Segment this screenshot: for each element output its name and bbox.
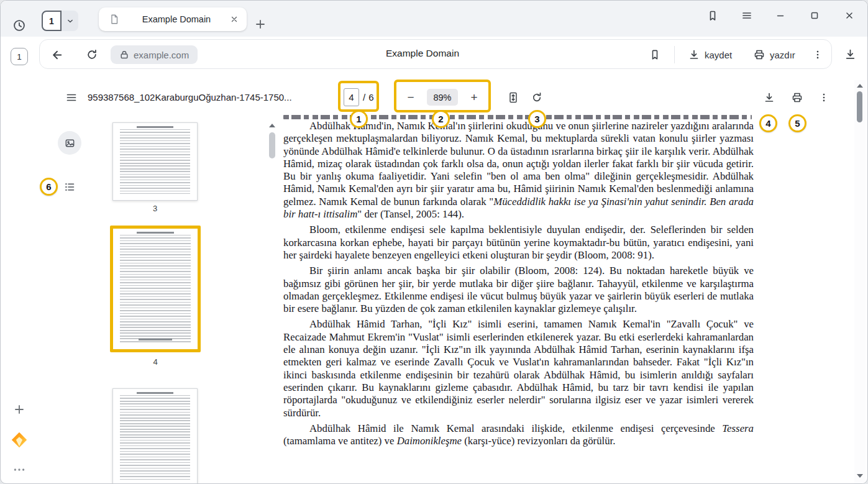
thumbnail-page-4-selected[interactable] xyxy=(110,226,201,352)
pdf-download-button[interactable] xyxy=(761,89,778,106)
annotation-circle-6: 6 xyxy=(40,178,58,196)
menu-icon[interactable] xyxy=(740,9,754,22)
tab-title: Example Domain xyxy=(125,14,228,24)
thumbnail-text-placeholder xyxy=(120,129,190,194)
printer-icon xyxy=(753,48,765,61)
bookmarks-panel-icon[interactable] xyxy=(706,9,720,22)
main-scrollbar[interactable] xyxy=(854,80,866,484)
zoom-in-button[interactable]: + xyxy=(465,89,483,106)
page-title: Example Domain xyxy=(386,48,459,59)
page-favicon xyxy=(109,14,120,25)
thumbnail-heading-placeholder xyxy=(137,392,173,394)
more-options-icon[interactable] xyxy=(809,46,826,63)
print-button-label: yazdır xyxy=(770,50,795,60)
browser-window: 1 1 Example Domain xyxy=(0,0,868,484)
navigation-bar: example.com Example Domain kaydet yazdır xyxy=(39,39,832,69)
pdf-paragraph: Bloom, etkilenme endişesi sele kapılma b… xyxy=(283,224,754,262)
pdf-paragraph: Abdülhak Hâmid Tarhan, "İçli Kız" isimli… xyxy=(283,318,754,419)
minimize-button[interactable] xyxy=(774,9,787,22)
pdf-text-layer: Abdülhak Hâmıd'in, Namık Kemal'ın şiirle… xyxy=(283,120,754,450)
annotation-circle-5: 5 xyxy=(788,114,806,132)
annotation-circle-2: 2 xyxy=(432,110,450,128)
minus-icon: − xyxy=(407,91,414,104)
thumbnail-page-3[interactable] xyxy=(112,122,198,201)
scroll-up-arrow[interactable] xyxy=(857,84,863,88)
reload-button[interactable] xyxy=(83,46,101,63)
thumbnail-label-3: 3 xyxy=(112,204,198,213)
thumbnail-text-placeholder xyxy=(120,395,190,481)
thumbnail-page-5[interactable] xyxy=(112,388,198,484)
thumbnail-heading-placeholder xyxy=(137,126,173,128)
chevron-down-icon[interactable] xyxy=(62,11,78,31)
maximize-button[interactable] xyxy=(808,9,821,22)
zoom-out-button[interactable]: − xyxy=(402,89,419,106)
tab-group-control: 1 xyxy=(42,11,78,31)
rotate-button[interactable] xyxy=(528,89,546,106)
thumbnail-label-4: 4 xyxy=(110,357,201,367)
lock-icon xyxy=(119,50,129,60)
tab-close-icon[interactable] xyxy=(228,13,240,25)
save-button[interactable]: kaydet xyxy=(682,44,738,65)
back-button[interactable] xyxy=(48,46,66,63)
fit-page-button[interactable] xyxy=(505,89,522,106)
new-tab-icon[interactable] xyxy=(253,17,268,32)
print-button[interactable]: yazdır xyxy=(747,44,802,65)
plus-icon: + xyxy=(470,91,477,104)
annotation-circle-3: 3 xyxy=(528,110,546,128)
history-clock-icon[interactable] xyxy=(12,18,27,33)
rail-add-icon[interactable] xyxy=(12,403,26,416)
outline-view-button[interactable] xyxy=(62,179,78,195)
total-pages: 6 xyxy=(368,92,373,103)
zoom-level: 89% xyxy=(427,89,458,106)
pdf-paragraph: Bir şiirin anlamı ancak başka bir şiir o… xyxy=(283,265,754,315)
thumbnail-footer-placeholder xyxy=(139,339,172,340)
tab-example-domain[interactable]: Example Domain xyxy=(99,7,247,31)
thumbnail-heading-placeholder xyxy=(137,232,174,234)
divider xyxy=(674,46,675,63)
url-text: example.com xyxy=(134,50,189,60)
annotation-circle-1: 1 xyxy=(350,110,368,128)
browser-logo[interactable] xyxy=(10,431,29,449)
pdf-more-options-icon[interactable] xyxy=(815,89,833,106)
thumbnail-view-button[interactable] xyxy=(58,131,81,155)
page-separator: / xyxy=(363,92,365,103)
download-icon xyxy=(688,48,700,61)
pdf-paragraph: Abdülhak Hâmıd'in, Namık Kemal'ın şiirle… xyxy=(283,120,754,221)
downloads-icon[interactable] xyxy=(843,47,857,62)
page-count: / 6 xyxy=(363,92,374,103)
list-icon xyxy=(63,181,76,193)
thumb-scrollbar-thumb[interactable] xyxy=(269,132,275,158)
scroll-down-arrow[interactable] xyxy=(857,474,863,478)
annotation-circle-4: 4 xyxy=(759,114,777,132)
pdf-paragraph: Abdülhak Hâmid ile Namık Kemal arasındak… xyxy=(283,422,754,448)
thumbnail-text-placeholder xyxy=(120,235,191,343)
pdf-filename: 959387568_102KaraburguOğuzhan-1745-1750.… xyxy=(88,92,292,103)
page-number-input[interactable] xyxy=(344,88,359,106)
rail-more-icon[interactable] xyxy=(12,465,27,474)
pdf-print-button[interactable] xyxy=(788,89,806,106)
tab-group-badge[interactable]: 1 xyxy=(42,11,62,31)
save-button-label: kaydet xyxy=(705,50,732,60)
close-window-button[interactable] xyxy=(843,9,856,22)
main-scrollbar-thumb[interactable] xyxy=(857,91,862,122)
url-pill[interactable]: example.com xyxy=(111,45,198,64)
bookmark-page-icon[interactable] xyxy=(647,47,662,62)
pdf-sidebar-toggle-icon[interactable] xyxy=(63,89,80,106)
thumb-scroll-up-arrow[interactable] xyxy=(269,124,275,127)
rail-workspace-badge[interactable]: 1 xyxy=(11,48,28,65)
image-icon xyxy=(64,137,76,149)
